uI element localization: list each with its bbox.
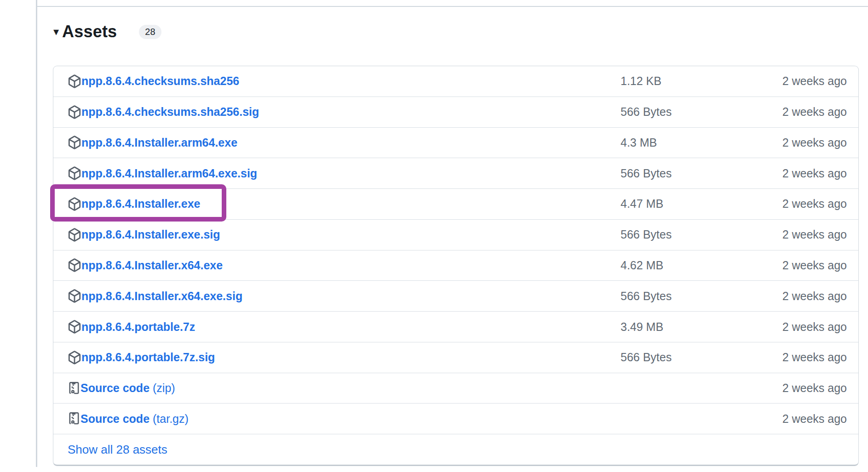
asset-row: npp.8.6.4.checksums.sha256.sig 566 Bytes… xyxy=(53,97,858,127)
asset-date: 2 weeks ago xyxy=(741,197,858,210)
asset-row: npp.8.6.4.Installer.exe 4.47 MB 2 weeks … xyxy=(53,188,858,219)
asset-date: 2 weeks ago xyxy=(741,105,858,119)
asset-name-cell: Source code (zip) xyxy=(53,381,621,395)
asset-date: 2 weeks ago xyxy=(741,167,858,180)
asset-download-link[interactable]: npp.8.6.4.Installer.x64.exe xyxy=(81,259,223,272)
asset-name-suffix[interactable]: (tar.gz) xyxy=(149,412,189,426)
assets-table: npp.8.6.4.checksums.sha256 1.12 KB 2 wee… xyxy=(53,66,859,466)
asset-download-link[interactable]: npp.8.6.4.Installer.x64.exe.sig xyxy=(81,290,242,303)
asset-size: 566 Bytes xyxy=(621,290,741,303)
asset-name-cell: npp.8.6.4.Installer.arm64.exe.sig xyxy=(53,166,621,180)
asset-row: npp.8.6.4.portable.7z.sig 566 Bytes 2 we… xyxy=(53,342,858,373)
asset-date: 2 weeks ago xyxy=(741,228,858,241)
show-all-row: Show all 28 assets xyxy=(53,434,858,465)
asset-size: 566 Bytes xyxy=(621,167,741,180)
file-zip-icon xyxy=(68,412,80,425)
asset-download-link[interactable]: npp.8.6.4.portable.7z xyxy=(81,320,195,334)
asset-name-cell: npp.8.6.4.Installer.x64.exe xyxy=(53,258,621,272)
asset-size: 4.3 MB xyxy=(621,136,741,149)
asset-download-link[interactable]: Source code xyxy=(80,381,149,395)
asset-name-cell: npp.8.6.4.checksums.sha256 xyxy=(53,74,621,88)
asset-download-link[interactable]: npp.8.6.4.checksums.sha256.sig xyxy=(81,105,259,119)
asset-download-link[interactable]: npp.8.6.4.checksums.sha256 xyxy=(81,74,239,88)
asset-name-cell: npp.8.6.4.portable.7z xyxy=(53,320,621,334)
asset-name-cell: Source code (tar.gz) xyxy=(53,412,621,426)
asset-name-cell: npp.8.6.4.Installer.exe xyxy=(53,197,621,211)
asset-download-link[interactable]: npp.8.6.4.Installer.arm64.exe xyxy=(81,136,237,149)
asset-size: 566 Bytes xyxy=(621,351,741,364)
timeline-line xyxy=(36,0,37,467)
asset-size: 1.12 KB xyxy=(621,74,741,88)
file-zip-icon xyxy=(68,382,80,395)
asset-download-link[interactable]: npp.8.6.4.Installer.exe xyxy=(81,197,200,210)
package-icon xyxy=(68,289,81,303)
asset-date: 2 weeks ago xyxy=(741,320,858,334)
package-icon xyxy=(68,228,81,242)
package-icon xyxy=(68,74,81,88)
asset-date: 2 weeks ago xyxy=(741,136,858,149)
asset-row: npp.8.6.4.Installer.exe.sig 566 Bytes 2 … xyxy=(53,219,858,250)
asset-row: npp.8.6.4.Installer.x64.exe 4.62 MB 2 we… xyxy=(53,250,858,281)
package-icon xyxy=(68,197,81,211)
package-icon xyxy=(68,351,81,364)
assets-header: ▾ Assets 28 xyxy=(53,22,161,41)
asset-date: 2 weeks ago xyxy=(741,351,858,364)
package-icon xyxy=(68,136,81,149)
asset-size: 566 Bytes xyxy=(621,105,741,119)
asset-size: 566 Bytes xyxy=(621,228,741,241)
asset-date: 2 weeks ago xyxy=(741,412,858,426)
asset-date: 2 weeks ago xyxy=(741,381,858,395)
asset-name-cell: npp.8.6.4.portable.7z.sig xyxy=(53,351,621,364)
asset-row: npp.8.6.4.Installer.x64.exe.sig 566 Byte… xyxy=(53,280,858,311)
asset-name-cell: npp.8.6.4.checksums.sha256.sig xyxy=(53,105,621,119)
section-divider xyxy=(36,6,868,7)
asset-row: npp.8.6.4.Installer.arm64.exe.sig 566 By… xyxy=(53,158,858,188)
asset-name-cell: npp.8.6.4.Installer.exe.sig xyxy=(53,228,621,242)
asset-download-link[interactable]: npp.8.6.4.portable.7z.sig xyxy=(81,351,215,364)
package-icon xyxy=(68,166,81,180)
asset-name-cell: npp.8.6.4.Installer.arm64.exe xyxy=(53,136,621,149)
assets-count-badge: 28 xyxy=(139,25,161,39)
asset-download-link[interactable]: Source code xyxy=(80,412,149,426)
package-icon xyxy=(68,105,81,119)
package-icon xyxy=(68,320,81,334)
asset-size: 3.49 MB xyxy=(621,320,741,334)
collapse-caret-icon[interactable]: ▾ xyxy=(53,26,59,37)
package-icon xyxy=(68,258,81,272)
asset-size: 4.47 MB xyxy=(621,197,741,210)
asset-date: 2 weeks ago xyxy=(741,74,858,88)
asset-size: 4.62 MB xyxy=(621,259,741,272)
asset-date: 2 weeks ago xyxy=(741,259,858,272)
asset-download-link[interactable]: npp.8.6.4.Installer.arm64.exe.sig xyxy=(81,167,257,180)
asset-row: npp.8.6.4.Installer.arm64.exe 4.3 MB 2 w… xyxy=(53,127,858,158)
asset-row: npp.8.6.4.portable.7z 3.49 MB 2 weeks ag… xyxy=(53,311,858,342)
asset-date: 2 weeks ago xyxy=(741,290,858,303)
asset-row: Source code (zip) 2 weeks ago xyxy=(53,373,858,404)
assets-title: Assets xyxy=(62,22,117,41)
asset-row: Source code (tar.gz) 2 weeks ago xyxy=(53,403,858,434)
show-all-assets-link[interactable]: Show all 28 assets xyxy=(68,443,167,457)
asset-row: npp.8.6.4.checksums.sha256 1.12 KB 2 wee… xyxy=(53,66,858,97)
asset-name-suffix[interactable]: (zip) xyxy=(149,381,175,395)
asset-name-cell: npp.8.6.4.Installer.x64.exe.sig xyxy=(53,289,621,303)
asset-download-link[interactable]: npp.8.6.4.Installer.exe.sig xyxy=(81,228,220,241)
